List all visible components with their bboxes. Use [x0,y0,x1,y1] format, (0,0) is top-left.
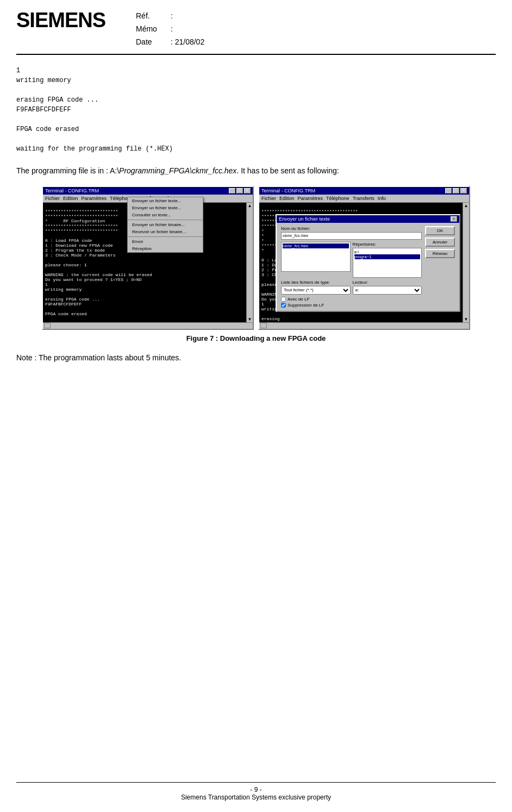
page-header: SIEMENS Réf. : Mémo : Date : 21/08/02 [0,0,512,54]
ctx-consulter[interactable]: Consulter un texte... [128,211,203,218]
right-terminal-menubar: Fichier Edition Paramètres Téléphone Tra… [259,195,469,203]
ctx-recevoir-binaire[interactable]: Recevoir un fichier binaire... [128,228,203,235]
siemens-logo: SIEMENS [16,10,114,30]
figure-caption: Figure 7 : Downloading a new FPGA code [16,334,496,342]
right-terminal-scrollbar[interactable]: ▲ ▼ [463,203,469,322]
dialog-checkbox-avlf-row: Avec de LF [281,297,422,302]
left-minimize-button[interactable]: _ [229,188,235,193]
right-menu-parametres[interactable]: Paramètres [298,196,323,201]
ctx-envoyer-binaire[interactable]: Envoyer un fichier binaire... [128,221,203,228]
dialog-titlebar: Envoyer un fichier texte × [277,215,459,223]
right-scroll-up[interactable]: ▲ [464,203,469,208]
ref-colon: : [171,11,173,20]
left-scroll-down[interactable]: ▼ [248,317,252,322]
dialog-dirlist[interactable]: a:\ progra~1 [353,248,422,278]
dialog-bottom-row: Liste des fichiers de type: Tout fichier… [281,280,422,295]
dialog-drive-select[interactable]: a: [353,286,422,295]
left-terminal-window: Terminal - CONFIG.TRM _ □ × Fichier Edit… [42,186,254,330]
left-scroll-track [248,209,252,316]
dialog-title: Envoyer un fichier texte [279,216,330,222]
right-terminal-window: Terminal - CONFIG.TRM _ □ × Fichier Edit… [258,186,470,330]
right-menu-fichier[interactable]: Fichier [261,196,276,201]
right-minimize-button[interactable]: _ [445,188,452,193]
dialog-drive-section: Lecteur: a: [353,280,422,295]
logo-area: SIEMENS [16,10,114,30]
right-close-button[interactable]: × [460,188,467,193]
left-menu-parametres[interactable]: Paramètres [82,196,107,201]
paragraph-text: The programming file is in : A:\Programm… [16,165,496,177]
right-footer-scrollbar[interactable] [260,323,267,328]
date-line: Date : 21/08/02 [136,36,204,49]
left-terminal-title: Terminal - CONFIG.TRM [45,188,99,193]
date-label: Date [136,36,168,49]
ref-line: Réf. : [136,10,204,23]
dialog-filename-row: Nom du fichier: [281,226,422,240]
code-block: 1 writing memory erasing FPGA code ... F… [16,66,496,154]
left-terminal-buttons: _ □ × [229,188,251,193]
left-context-menu[interactable]: Envoyer un fichier texte... Envoyer un f… [127,197,203,253]
dialog-filename-area: Nom du fichier: [281,226,422,240]
file-dialog: Envoyer un fichier texte × Nom du fichie… [276,214,460,312]
ref-label: Réf. [136,10,168,23]
dialog-close-button[interactable]: × [451,216,457,222]
ctx-divider1 [128,220,203,220]
right-menu-transferts[interactable]: Transferts [353,196,374,201]
dialog-buttons-col: OK Annuler Réseau [425,226,455,308]
dialog-cancel-button[interactable]: Annuler [425,238,455,247]
memo-line: Mémo : [136,23,204,36]
dialog-reseau-button[interactable]: Réseau [425,249,455,258]
dialog-filetype-select[interactable]: Tout fichier (*.*) [281,286,351,295]
dialog-dir-label: Répertoires: [353,242,422,247]
ctx-reception[interactable]: Réception [128,245,203,252]
dialog-dir-item-selected[interactable]: progra~1 [354,254,421,259]
dialog-file-item-selected[interactable]: ckmr_fcc.hex [283,243,349,248]
left-maximize-button[interactable]: □ [236,188,243,193]
ctx-envoyer-texte2[interactable]: Envoyer un fichier texte... [128,204,203,211]
page-footer: - 9 - Siemens Transportation Systems exc… [16,782,496,801]
right-terminal-title: Terminal - CONFIG.TRM [261,188,315,193]
note-text: Note : The programmation lasts about 5 m… [16,353,496,362]
dialog-ok-button[interactable]: OK [425,226,455,235]
ctx-envoyer-texte[interactable]: Envoyer un fichier texte... [128,197,203,204]
dialog-checkbox-splf[interactable] [281,303,286,308]
dialog-dir-item[interactable]: a:\ [354,249,421,254]
right-terminal-container: Terminal - CONFIG.TRM _ □ × Fichier Edit… [258,186,470,330]
right-scroll-down[interactable]: ▼ [464,317,469,322]
left-scroll-up[interactable]: ▲ [248,203,252,208]
dialog-filetype-label: Liste des fichiers de type: [281,280,351,285]
ctx-envoi[interactable]: Envoi [128,238,203,245]
dialog-checkbox-splf-row: Suppression de LF [281,303,422,308]
dialog-body: Nom du fichier: ckmr_fcc.hex [277,223,459,311]
left-terminal-footer [43,322,253,329]
right-menu-info[interactable]: Info [378,196,386,201]
dialog-filetype-section: Liste des fichiers de type: Tout fichier… [281,280,351,295]
right-menu-edition[interactable]: Edition [279,196,295,201]
dialog-filelist[interactable]: ckmr_fcc.hex [281,242,351,272]
right-scroll-track [464,209,469,316]
left-footer-scrollbar[interactable] [44,323,51,328]
left-menu-fichier[interactable]: Fichier [45,196,60,201]
left-terminal-scrollbar[interactable]: ▲ ▼ [246,203,253,322]
left-close-button[interactable]: × [244,188,251,193]
dialog-checkbox-avlf-label: Avec de LF [288,297,309,302]
para-after: . It has to be sent as following: [236,166,339,175]
dialog-file-input[interactable] [281,232,422,240]
dialog-dirs-section: Répertoires: a:\ progra~1 [353,242,422,278]
page-content: 1 writing memory erasing FPGA code ... F… [0,55,512,378]
footer-company: Siemens Transportation Systems exclusive… [16,794,496,801]
right-terminal-buttons: _ □ × [445,188,467,193]
dialog-file-label: Nom du fichier: [281,226,422,231]
page-number: - 9 - [16,786,496,794]
right-terminal-titlebar: Terminal - CONFIG.TRM _ □ × [259,187,469,195]
dialog-checkbox-avlf[interactable] [281,297,286,302]
left-terminal-titlebar: Terminal - CONFIG.TRM _ □ × [43,187,253,195]
dialog-files-section: ckmr_fcc.hex [281,242,351,278]
dialog-main-row: Nom du fichier: ckmr_fcc.hex [281,226,455,308]
date-value: : 21/08/02 [171,38,204,46]
right-maximize-button[interactable]: □ [453,188,459,193]
right-terminal-footer [259,322,469,329]
left-menu-edition[interactable]: Edition [63,196,78,201]
para-italic: Programming_FPGA\ckmr_fcc.hex [119,166,236,175]
right-menu-telephone[interactable]: Téléphone [326,196,349,201]
memo-label: Mémo [136,23,168,36]
